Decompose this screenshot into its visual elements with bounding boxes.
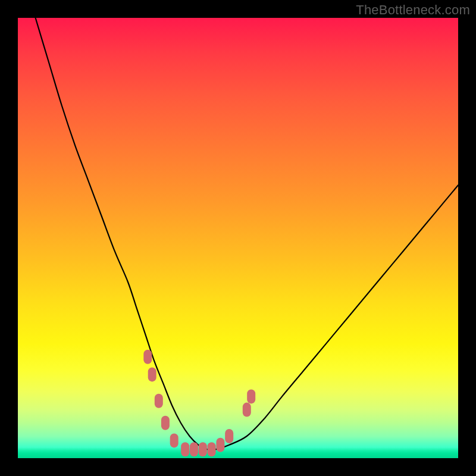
curve-marker [190, 442, 198, 456]
curve-marker [225, 429, 233, 443]
curve-marker [148, 367, 156, 381]
curve-marker [161, 416, 170, 430]
curve-marker [170, 433, 178, 447]
curve-marker [199, 442, 207, 456]
curve-marker [155, 394, 163, 408]
chart-frame: TheBottleneck.com [0, 0, 476, 476]
bottleneck-curve [36, 18, 458, 450]
curve-svg [18, 18, 458, 458]
watermark-text: TheBottleneck.com [356, 2, 470, 18]
curve-marker [216, 438, 224, 452]
plot-area [18, 18, 458, 458]
curve-marker [208, 442, 216, 456]
curve-marker [243, 403, 251, 417]
curve-marker [181, 442, 189, 456]
curve-marker [247, 389, 255, 403]
curve-marker [143, 350, 152, 364]
